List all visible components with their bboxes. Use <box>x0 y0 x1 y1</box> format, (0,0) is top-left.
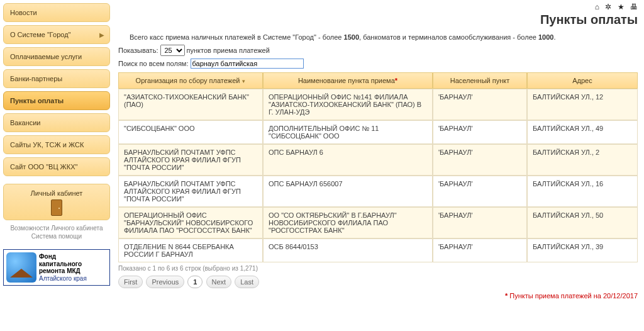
personal-cabinet-button[interactable]: Личный кабинет <box>3 184 110 220</box>
pager-first[interactable]: First <box>118 276 143 288</box>
cell-city: 'БАРНАУЛ' <box>433 238 527 262</box>
sidebar-item-label: Пункты оплаты <box>10 97 64 104</box>
table-row: БАРНАУЛЬСКИЙ ПОЧТАМТ УФПС АЛТАЙСКОГО КРА… <box>118 144 638 176</box>
sidebar-item-label: Банки-партнеры <box>10 75 62 82</box>
intro-text: Всего касс приема наличных платежей в Си… <box>118 33 638 41</box>
pager-page-1[interactable]: 1 <box>187 276 203 288</box>
table-row: ОПЕРАЦИОННЫЙ ОФИС "БАРНАУЛЬСКИЙ" НОВОСИБ… <box>118 207 638 238</box>
home-icon[interactable]: ⌂ <box>595 3 599 11</box>
table-info: Показано с 1 по 6 из 6 строк (выбрано из… <box>118 265 638 272</box>
cell-org: БАРНАУЛЬСКИЙ ПОЧТАМТ УФПС АЛТАЙСКОГО КРА… <box>118 176 263 207</box>
cell-name: ОСБ 8644/0153 <box>263 238 433 262</box>
cell-city: 'БАРНАУЛ' <box>433 176 527 207</box>
cell-addr: БАЛТИЙСКАЯ УЛ., 50 <box>527 207 638 238</box>
sidebar-item-7[interactable]: Сайт ООО "ВЦ ЖКХ" <box>3 157 110 176</box>
cell-name: ОПС БАРНАУЛ 6 <box>263 144 433 176</box>
cell-city: 'БАРНАУЛ' <box>433 89 527 120</box>
cell-org: ОПЕРАЦИОННЫЙ ОФИС "БАРНАУЛЬСКИЙ" НОВОСИБ… <box>118 207 263 238</box>
col-org[interactable]: Организация по сбору платежей▾ <box>118 72 263 89</box>
cell-org: "СИБСОЦБАНК" ООО <box>118 120 263 144</box>
col-name[interactable]: Наименование пункта приема* <box>263 72 433 89</box>
cell-name: ОО "СО ОКТЯБРЬСКИЙ" В Г.БАРНАУЛ" НОВОСИБ… <box>263 207 433 238</box>
sidebar-item-2[interactable]: Оплачиваемые услуги <box>3 47 110 66</box>
sort-icon: ▾ <box>242 78 245 84</box>
cell-name: ДОПОЛНИТЕЛЬНЫЙ ОФИС № 11 "СИБСОЦБАНК" ОО… <box>263 120 433 144</box>
cell-addr: БАЛТИЙСКАЯ УЛ., 12 <box>527 89 638 120</box>
cell-org: БАРНАУЛЬСКИЙ ПОЧТАМТ УФПС АЛТАЙСКОГО КРА… <box>118 144 263 176</box>
cell-addr: БАЛТИЙСКАЯ УЛ., 2 <box>527 144 638 176</box>
cell-addr: БАЛТИЙСКАЯ УЛ., 39 <box>527 238 638 262</box>
sidebar-item-0[interactable]: Новости <box>3 3 110 22</box>
table-row: ОТДЕЛЕНИЕ N 8644 СБЕРБАНКА РОССИИ Г БАРН… <box>118 238 638 262</box>
sidebar-item-1[interactable]: О Системе "Город"▶ <box>3 25 110 44</box>
search-label: Поиск по всем полям: <box>118 60 191 67</box>
sidebar-item-label: Новости <box>10 9 37 16</box>
lk-caption: Возможности Личного кабинета Система пом… <box>3 224 110 240</box>
page-size-select[interactable]: 25 <box>160 45 185 56</box>
sidebar-item-3[interactable]: Банки-партнеры <box>3 69 110 88</box>
show-suffix: пунктов приема платежей <box>187 47 270 54</box>
cell-addr: БАЛТИЙСКАЯ УЛ., 49 <box>527 120 638 144</box>
sidebar-item-label: Вакансии <box>10 119 41 126</box>
print-icon[interactable]: 🖶 <box>630 3 638 11</box>
cell-org: "АЗИАТСКО-ТИХООКЕАНСКИЙ БАНК" (ПАО) <box>118 89 263 120</box>
col-addr[interactable]: Адрес <box>527 72 638 89</box>
search-input[interactable] <box>191 59 304 69</box>
cell-addr: БАЛТИЙСКАЯ УЛ., 16 <box>527 176 638 207</box>
cell-org: ОТДЕЛЕНИЕ N 8644 СБЕРБАНКА РОССИИ Г БАРН… <box>118 238 263 262</box>
pager: First Previous 1 Next Last <box>118 276 638 288</box>
house-icon <box>6 252 36 283</box>
cell-name: ОПС БАРНАУЛ 656007 <box>263 176 433 207</box>
cell-city: 'БАРНАУЛ' <box>433 144 527 176</box>
sidebar-item-6[interactable]: Сайты УК, ТСЖ и ЖСК <box>3 135 110 154</box>
sidebar-item-label: Сайты УК, ТСЖ и ЖСК <box>10 141 84 149</box>
personal-cabinet-label: Личный кабинет <box>31 189 83 197</box>
table-row: БАРНАУЛЬСКИЙ ПОЧТАМТ УФПС АЛТАЙСКОГО КРА… <box>118 176 638 207</box>
sidebar-item-4[interactable]: Пункты оплаты <box>3 91 110 110</box>
pager-prev[interactable]: Previous <box>146 276 184 288</box>
asterisk-icon: * <box>395 77 397 84</box>
pager-last[interactable]: Last <box>235 276 259 288</box>
pager-next[interactable]: Next <box>206 276 232 288</box>
cell-city: 'БАРНАУЛ' <box>433 120 527 144</box>
page-title: Пункты оплаты <box>118 13 638 27</box>
sidebar-item-label: О Системе "Город" <box>10 31 71 38</box>
sidebar-item-label: Оплачиваемые услуги <box>10 53 82 60</box>
sidebar-item-label: Сайт ООО "ВЦ ЖКХ" <box>10 163 77 171</box>
star-icon[interactable]: ★ <box>618 3 625 11</box>
show-label: Показывать: <box>118 47 160 54</box>
cell-name: ОПЕРАЦИОННЫЙ ОФИС №141 ФИЛИАЛА "АЗИАТСКО… <box>263 89 433 120</box>
col-city[interactable]: Населенный пункт <box>433 72 527 89</box>
rss-icon[interactable]: ✲ <box>605 3 611 11</box>
door-icon <box>51 199 62 216</box>
table-row: "СИБСОЦБАНК" ОООДОПОЛНИТЕЛЬНЫЙ ОФИС № 11… <box>118 120 638 144</box>
cell-city: 'БАРНАУЛ' <box>433 207 527 238</box>
payment-points-table: Организация по сбору платежей▾ Наименова… <box>118 72 638 262</box>
sidebar-item-5[interactable]: Вакансии <box>3 113 110 132</box>
table-row: "АЗИАТСКО-ТИХООКЕАНСКИЙ БАНК" (ПАО)ОПЕРА… <box>118 89 638 120</box>
footnote: * Пункты приема платежей на 20/12/2017 <box>118 292 638 300</box>
chevron-right-icon: ▶ <box>99 31 104 38</box>
fond-banner[interactable]: Фонд капитального ремонта МКД Алтайского… <box>3 249 110 286</box>
